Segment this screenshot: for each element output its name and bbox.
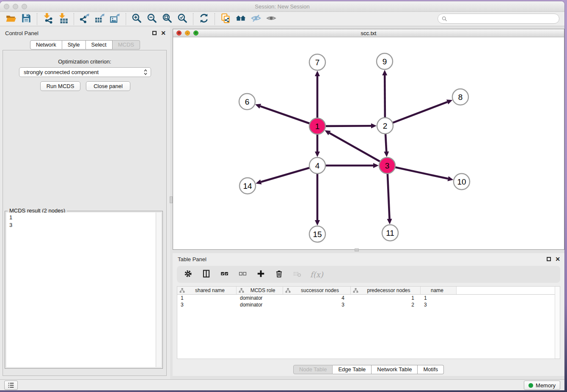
run-mcds-button[interactable]: Run MCDS xyxy=(40,81,80,91)
chevron-up-down-icon xyxy=(143,69,148,75)
edge-3-11[interactable] xyxy=(387,174,392,224)
table-close-panel-icon[interactable]: ✕ xyxy=(555,257,560,261)
settings-gear-icon xyxy=(184,269,193,280)
mcds-result-scrollbar[interactable] xyxy=(156,213,161,367)
graph-node-4[interactable]: 4 xyxy=(309,157,325,174)
graph-node-14[interactable]: 14 xyxy=(239,178,256,194)
open-session-icon xyxy=(6,13,17,25)
tab-select[interactable]: Select xyxy=(86,40,113,50)
column-header-name[interactable]: name xyxy=(421,287,457,294)
graph-node-7[interactable]: 7 xyxy=(309,54,325,70)
memory-button[interactable]: Memory xyxy=(524,381,560,390)
control-panel: Control Panel ✕ NetworkStyleSelectMCDS O… xyxy=(0,26,170,379)
graph-node-11[interactable]: 11 xyxy=(382,225,398,241)
column-header-successor-nodes[interactable]: successor nodes xyxy=(283,287,351,294)
clone-network-icon xyxy=(220,13,231,25)
edge-1-2[interactable] xyxy=(325,123,377,128)
clone-network-button[interactable] xyxy=(218,13,233,25)
table-tab-motifs[interactable]: Motifs xyxy=(418,365,444,374)
graph-node-15[interactable]: 15 xyxy=(309,226,325,242)
graph-node-6[interactable]: 6 xyxy=(239,94,255,110)
edge-3-1[interactable] xyxy=(325,130,380,162)
float-panel-icon[interactable] xyxy=(152,31,157,35)
export-image-button[interactable] xyxy=(107,13,123,25)
tab-network[interactable]: Network xyxy=(30,40,62,50)
network-graph[interactable]: 1234678910111415 xyxy=(173,37,564,249)
zoom-fit-button[interactable] xyxy=(160,13,175,25)
table-tab-network-table[interactable]: Network Table xyxy=(372,365,418,374)
column-header-predecessor-nodes[interactable]: predecessor nodes xyxy=(351,287,421,294)
edge-1-6[interactable] xyxy=(255,104,310,124)
graph-node-8[interactable]: 8 xyxy=(452,89,468,105)
delete-column-button[interactable] xyxy=(274,269,284,279)
export-table-button[interactable] xyxy=(92,13,107,25)
graph-node-1[interactable]: 1 xyxy=(309,118,325,134)
edge-4-14[interactable] xyxy=(256,168,310,184)
column-layout-button[interactable] xyxy=(201,269,211,279)
table-panel-title: Table Panel xyxy=(178,256,206,262)
import-network-button[interactable] xyxy=(40,13,55,25)
graph-node-3[interactable]: 3 xyxy=(379,157,395,174)
settings-gear-button[interactable] xyxy=(183,269,193,279)
close-panel-button[interactable]: Close panel xyxy=(86,81,130,91)
refresh-layout-button[interactable] xyxy=(196,13,212,25)
table-row[interactable]: 3dominator323 xyxy=(177,301,560,308)
mcds-panel: Optimization criterion: strongly connect… xyxy=(3,50,167,376)
svg-text:2: 2 xyxy=(383,121,388,130)
table-panel-tabs: Node TableEdge TableNetwork TableMotifs xyxy=(173,365,564,374)
node-table: shared nameMCDS rolesuccessor nodesprede… xyxy=(177,286,560,359)
edge-2-3[interactable] xyxy=(384,134,389,157)
zoom-in-button[interactable] xyxy=(129,13,144,25)
deselect-all-button[interactable] xyxy=(237,269,248,279)
criterion-dropdown[interactable]: strongly connected component xyxy=(19,67,151,77)
import-table-button[interactable] xyxy=(55,13,71,25)
search-box[interactable] xyxy=(438,14,559,24)
deselect-all-icon xyxy=(238,269,247,280)
table-float-panel-icon[interactable] xyxy=(547,257,551,261)
save-session-button[interactable] xyxy=(19,13,34,25)
svg-text:11: 11 xyxy=(386,229,394,237)
close-panel-icon[interactable]: ✕ xyxy=(161,31,166,35)
table-row[interactable]: 1dominator411 xyxy=(177,295,560,301)
mcds-result-line: 1 xyxy=(6,214,161,221)
table-tab-edge-table[interactable]: Edge Table xyxy=(333,365,372,374)
add-column-button[interactable] xyxy=(256,269,266,279)
table-toolbar: f(x) xyxy=(177,266,560,283)
column-header-shared-name[interactable]: shared name xyxy=(177,287,237,294)
control-panel-tabs: NetworkStyleSelectMCDS xyxy=(0,40,170,50)
edge-3-10[interactable] xyxy=(395,167,454,181)
delete-table-button xyxy=(292,269,302,279)
horizontal-splitter-grip[interactable] xyxy=(355,248,359,251)
edge-4-15[interactable] xyxy=(315,174,320,226)
table-cell: 2 xyxy=(351,301,421,308)
edge-4-3[interactable] xyxy=(325,163,379,168)
edge-2-9[interactable] xyxy=(382,70,387,118)
search-input[interactable] xyxy=(449,16,556,22)
vertical-splitter-grip[interactable] xyxy=(170,196,173,203)
zoom-selected-button[interactable] xyxy=(175,13,190,25)
export-network-button[interactable] xyxy=(77,13,92,25)
show-all-button[interactable] xyxy=(264,13,279,25)
network-canvas[interactable]: 1234678910111415 xyxy=(173,37,564,249)
edge-2-8[interactable] xyxy=(393,99,453,123)
tab-style[interactable]: Style xyxy=(62,40,86,50)
node-table-scrollbar[interactable] xyxy=(555,287,560,359)
graph-node-10[interactable]: 10 xyxy=(454,174,470,190)
graph-node-2[interactable]: 2 xyxy=(377,118,393,134)
open-session-button[interactable] xyxy=(3,13,19,25)
table-tab-node-table[interactable]: Node Table xyxy=(293,365,333,374)
network-window-titlebar: ✕ − + scc.txt xyxy=(173,29,564,37)
graph-node-9[interactable]: 9 xyxy=(377,53,393,69)
edge-1-7[interactable] xyxy=(315,71,320,118)
zoom-out-button[interactable] xyxy=(144,13,160,25)
first-neighbors-button[interactable] xyxy=(233,13,248,25)
edge-1-4[interactable] xyxy=(315,134,320,157)
task-history-button[interactable] xyxy=(4,381,18,390)
hide-selected-button[interactable] xyxy=(248,13,264,25)
column-header-mcds-role[interactable]: MCDS role xyxy=(237,287,283,294)
tab-mcds[interactable]: MCDS xyxy=(113,40,140,50)
select-all-button[interactable] xyxy=(219,269,229,279)
list-menu-icon xyxy=(7,381,15,389)
network-column-icon xyxy=(179,288,185,293)
toolbar-separator xyxy=(74,13,74,25)
